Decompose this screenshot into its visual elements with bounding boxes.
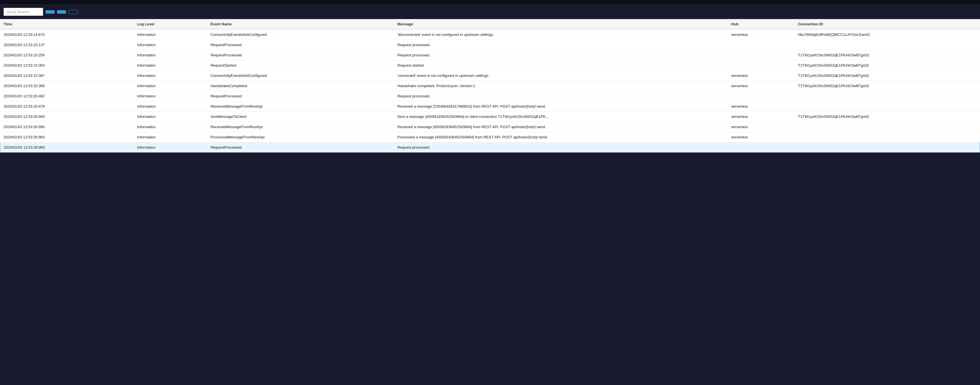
table-row[interactable]: 2024/01/03 12:53:20:479InformationReceiv…: [0, 101, 980, 112]
table-row[interactable]: 2024/01/03 12:53:15:385InformationHandsh…: [0, 81, 980, 91]
export-button[interactable]: [68, 10, 78, 14]
table-row[interactable]: 2024/01/03 12:53:26:993InformationReques…: [0, 142, 980, 153]
header: [0, 0, 980, 5]
col-header-message: Message: [394, 19, 728, 29]
log-table-container: Time Log Level Event Name Message Hub Co…: [0, 19, 980, 153]
col-header-hub: Hub: [728, 19, 795, 29]
table-row[interactable]: 2024/01/03 12:53:15:354InformationReques…: [0, 61, 980, 70]
table-row[interactable]: 2024/01/03 12:53:15:256InformationReques…: [0, 50, 980, 61]
table-row[interactable]: 2024/01/03 12:53:15:387InformationConnec…: [0, 70, 980, 81]
table-row[interactable]: 2024/01/03 12:53:20:482InformationReques…: [0, 91, 980, 101]
table-row[interactable]: 2024/01/03 12:53:26:990InformationReceiv…: [0, 122, 980, 132]
table-row[interactable]: 2024/01/03 12:53:26:993InformationSentMe…: [0, 112, 980, 122]
col-header-level: Log Level: [134, 19, 207, 29]
col-header-time: Time: [0, 19, 134, 29]
col-header-event: Event Name: [207, 19, 394, 29]
table-row[interactable]: 2024/01/03 12:53:26:993InformationProces…: [0, 132, 980, 142]
col-header-connection: Connection ID: [794, 19, 980, 29]
clear-button[interactable]: [57, 10, 66, 14]
table-row[interactable]: 2024/01/03 12:53:14:670InformationConnec…: [0, 29, 980, 40]
table-header: Time Log Level Event Name Message Hub Co…: [0, 19, 980, 29]
log-table: Time Log Level Event Name Message Hub Co…: [0, 19, 980, 153]
stop-button[interactable]: [46, 10, 55, 14]
toolbar: [0, 5, 980, 19]
search-input[interactable]: [3, 8, 43, 16]
table-body: 2024/01/03 12:53:14:670InformationConnec…: [0, 29, 980, 153]
table-row[interactable]: 2024/01/03 12:53:15:137InformationReques…: [0, 40, 980, 50]
